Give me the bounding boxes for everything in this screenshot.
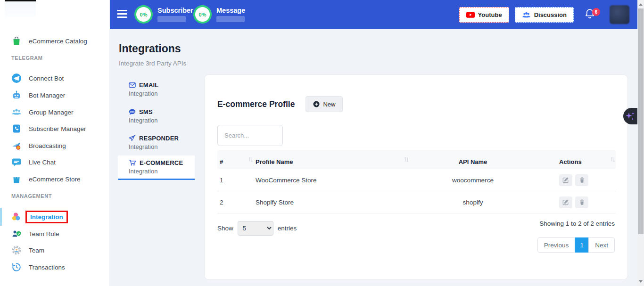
tab-responder-integration[interactable]: RESPONDER Integration — [118, 131, 195, 154]
discussion-button[interactable]: Discussion — [515, 7, 574, 23]
robot-icon — [11, 90, 22, 100]
sort-icon[interactable] — [248, 156, 254, 163]
ai-assistant-button[interactable] — [623, 108, 637, 124]
tab-ecommerce-integration[interactable]: E-COMMERCE Integration — [118, 155, 195, 180]
message-stat-label: Message — [216, 7, 245, 14]
sidebar-item-label: Live Chat — [29, 159, 56, 166]
hamburger-menu-icon[interactable] — [117, 10, 127, 20]
transactions-clock-icon — [11, 262, 22, 272]
sidebar-item-ecommerce-catalog[interactable]: eCommerce Catalog — [11, 34, 87, 48]
page-title: Integrations — [119, 42, 181, 55]
sidebar-item-live-chat[interactable]: Live Chat — [11, 155, 56, 169]
column-header-actions[interactable]: Actions — [537, 154, 616, 165]
group-people-icon — [11, 107, 22, 117]
sidebar-item-label: Connect Bot — [29, 75, 64, 82]
edit-pencil-icon — [562, 177, 569, 183]
sidebar-item-team[interactable]: Team — [11, 244, 44, 257]
youtube-button-label: Youtube — [478, 11, 502, 18]
tab-subtitle: Integration — [129, 117, 195, 124]
team-gear-icon — [11, 245, 22, 255]
youtube-button[interactable]: Youtube — [459, 7, 509, 23]
sidebar: eCommerce Catalog TELEGRAM Connect Bot B… — [0, 0, 110, 286]
table-row: 2 Shopify Store shopify — [217, 191, 616, 213]
chat-bubble-icon — [11, 157, 22, 167]
cart-icon — [129, 159, 136, 166]
column-header-number[interactable]: # — [217, 154, 254, 165]
sidebar-item-bot-manager[interactable]: Bot Manager — [11, 89, 65, 102]
sidebar-item-group-manager[interactable]: Group Manager — [11, 106, 74, 119]
message-progress-ring: 0% — [193, 5, 212, 24]
annotation-red-box: Integration — [25, 211, 68, 223]
sort-icon[interactable] — [610, 156, 616, 163]
user-avatar[interactable] — [610, 5, 629, 24]
sidebar-item-label: eCommerce Store — [29, 176, 81, 183]
entries-label: entries — [278, 225, 297, 232]
tab-title: E-COMMERCE — [140, 159, 183, 166]
row-number: 2 — [217, 199, 254, 206]
tab-subtitle: Integration — [129, 90, 195, 97]
sidebar-item-broadcasting[interactable]: Broadcasting — [11, 139, 66, 152]
sidebar-item-label: Bot Manager — [29, 92, 65, 99]
sort-icon[interactable] — [404, 156, 409, 163]
delete-button[interactable] — [575, 174, 588, 186]
profiles-table: # Profile Name API Name Actions 1 WooCom… — [217, 150, 616, 213]
card-title: E-commerce Profile — [217, 99, 295, 109]
api-name-cell: shopify — [409, 199, 537, 206]
subscriber-progress-ring: 0% — [134, 5, 153, 24]
column-header-profile-name[interactable]: Profile Name — [254, 154, 409, 165]
subscriber-stat-redacted-value — [157, 16, 186, 22]
sidebar-item-subscriber-manager[interactable]: Subscriber Manager — [11, 122, 86, 135]
notifications-button[interactable]: 6 — [584, 8, 596, 22]
scrollbar-thumb[interactable] — [638, 8, 644, 234]
store-bag-icon — [11, 174, 22, 184]
edit-button[interactable] — [559, 174, 572, 186]
sidebar-item-ecommerce-store[interactable]: eCommerce Store — [11, 172, 81, 186]
ecommerce-profile-card: E-commerce Profile New # Profile Name AP… — [204, 74, 628, 280]
page-size-select[interactable]: 5 — [238, 221, 273, 236]
sidebar-item-integration[interactable]: Integration — [11, 210, 68, 223]
sidebar-item-connect-bot[interactable]: Connect Bot — [11, 72, 64, 85]
active-item-indicator — [0, 208, 2, 226]
sidebar-item-label: Subscriber Manager — [29, 125, 86, 132]
page-subtitle: Integrate 3rd Party APIs — [119, 60, 186, 67]
tab-subtitle: Integration — [129, 168, 195, 175]
new-profile-button[interactable]: New — [305, 96, 343, 112]
table-header-row: # Profile Name API Name Actions — [217, 150, 616, 169]
tab-sms-integration[interactable]: SMS SMS Integration — [118, 105, 195, 128]
edit-button[interactable] — [559, 196, 572, 208]
search-input[interactable] — [217, 125, 283, 146]
delete-button[interactable] — [575, 196, 588, 208]
sidebar-item-label: Broadcasting — [29, 142, 66, 149]
sidebar-item-label: Transactions — [29, 264, 65, 271]
sidebar-item-label: eCommerce Catalog — [29, 38, 87, 45]
tab-title: RESPONDER — [139, 135, 179, 142]
sms-icon: SMS — [129, 108, 136, 115]
show-label: Show — [217, 225, 233, 232]
table-row: 1 WooCommerce Store woocommerce — [217, 169, 616, 191]
sidebar-section-management: MANAGEMENT — [11, 193, 52, 199]
tab-title: SMS — [139, 108, 153, 115]
sidebar-item-label: Group Manager — [29, 109, 74, 116]
pagination-previous-button[interactable]: Previous — [537, 237, 576, 253]
row-number: 1 — [217, 177, 254, 184]
sidebar-item-transactions[interactable]: Transactions — [11, 261, 65, 274]
phonebook-icon — [11, 123, 22, 134]
pagination-page-1-button[interactable]: 1 — [575, 237, 589, 253]
pagination-next-button[interactable]: Next — [588, 237, 615, 253]
column-header-api-name[interactable]: API Name — [409, 154, 537, 165]
scrollbar-up-arrow[interactable] — [639, 3, 643, 6]
youtube-icon — [466, 12, 475, 18]
scrollbar-down-arrow[interactable] — [639, 280, 643, 283]
role-shield-icon — [11, 229, 22, 239]
showing-entries-text: Showing 1 to 2 of 2 entries — [539, 220, 615, 227]
pagination: Previous 1 Next — [537, 237, 615, 253]
topbar: 0% Subscriber 0% Message Youtube Discuss… — [110, 0, 637, 29]
integration-circles-icon — [11, 212, 22, 222]
vertical-scrollbar[interactable] — [637, 0, 644, 286]
notification-count-badge: 6 — [592, 8, 600, 16]
sidebar-item-team-role[interactable]: Team Role — [11, 227, 59, 240]
tab-subtitle: Integration — [129, 143, 195, 150]
sidebar-item-label: Integration — [30, 213, 63, 221]
tab-email-integration[interactable]: EMAIL Integration — [118, 78, 195, 101]
sidebar-item-label: Team Role — [29, 230, 59, 237]
